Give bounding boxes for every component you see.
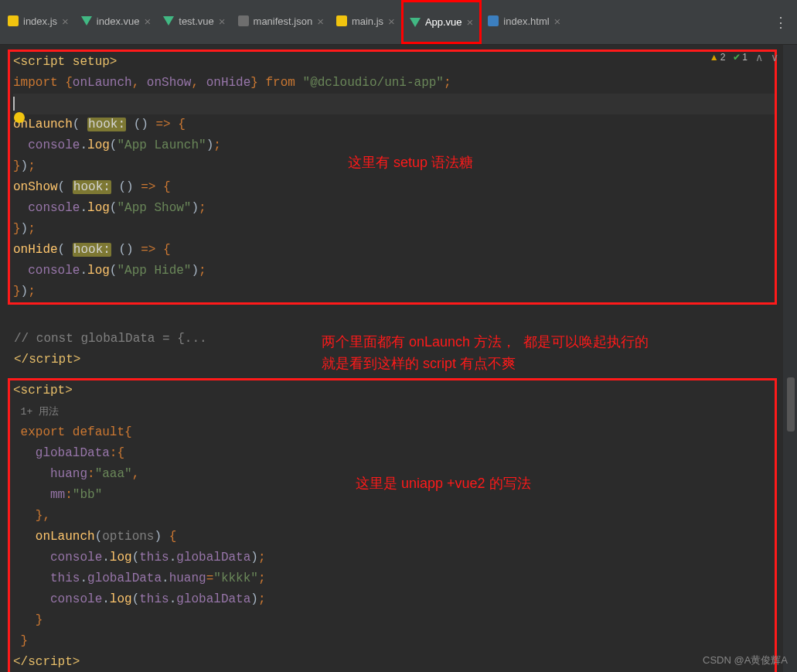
vue-icon [163, 16, 174, 26]
tab-overflow-menu[interactable]: ⋮ [765, 14, 797, 31]
html-icon [488, 15, 499, 26]
tab-app-vue[interactable]: App.vue × [401, 0, 482, 44]
tab-bar: index.js × index.vue × test.vue × manife… [0, 0, 797, 45]
tab-index-vue[interactable]: index.vue × [75, 0, 157, 44]
close-icon[interactable]: × [467, 16, 474, 28]
chevron-up-icon[interactable]: ∧ [755, 51, 763, 63]
tab-main-js[interactable]: main.js × [330, 0, 401, 44]
highlight-box-vue2: <script> 1+ 用法 export default{ globalDat… [8, 378, 777, 672]
vue-icon [410, 18, 421, 27]
tab-manifest-json[interactable]: manifest.json × [232, 0, 330, 44]
annotation-setup: 这里有 setup 语法糖 [348, 153, 473, 172]
close-icon[interactable]: × [317, 15, 324, 27]
highlight-box-setup: <script setup> import {onLaunch, onShow,… [8, 49, 777, 305]
close-icon[interactable]: × [388, 15, 395, 27]
annotation-vue2: 这里是 uniapp +vue2 的写法 [356, 474, 531, 493]
tab-label: index.js [23, 15, 57, 27]
warning-count: 2 [710, 52, 726, 63]
tab-index-html[interactable]: index.html × [482, 0, 567, 44]
tab-test-vue[interactable]: test.vue × [157, 0, 231, 44]
js-icon [336, 15, 347, 26]
close-icon[interactable]: × [219, 15, 226, 27]
js-icon [8, 15, 19, 26]
scrollbar-thumb[interactable] [787, 377, 795, 432]
inspection-status: 2 1 ∧ ∨ [710, 51, 778, 63]
tab-label: manifest.json [254, 15, 313, 27]
intention-bulb-icon[interactable] [14, 112, 25, 123]
tab-index-js[interactable]: index.js × [2, 0, 75, 44]
json-icon [238, 15, 249, 26]
code-editor[interactable]: 2 1 ∧ ∨ <script setup> import {onLaunch,… [0, 45, 797, 672]
annotation-compare: 两个里面都有 onLaunch 方法， 都是可以唤起执行的 就是看到这样的 sc… [322, 331, 649, 374]
code-block-vue2[interactable]: <script> 1+ 用法 export default{ globalDat… [10, 380, 775, 672]
vue-icon [81, 16, 92, 26]
right-gutter [783, 45, 797, 672]
ok-count: 1 [733, 52, 748, 63]
tab-label: test.vue [179, 15, 214, 27]
close-icon[interactable]: × [554, 15, 561, 27]
chevron-down-icon[interactable]: ∨ [771, 51, 778, 63]
tab-label: main.js [352, 15, 383, 27]
code-block-setup[interactable]: <script setup> import {onLaunch, onShow,… [10, 52, 775, 302]
close-icon[interactable]: × [62, 15, 69, 27]
tab-label: App.vue [425, 16, 462, 28]
watermark: CSDN @A黄俊辉A [703, 653, 788, 667]
tab-label: index.vue [97, 15, 140, 27]
tab-label: index.html [503, 15, 549, 27]
close-icon[interactable]: × [145, 15, 152, 27]
